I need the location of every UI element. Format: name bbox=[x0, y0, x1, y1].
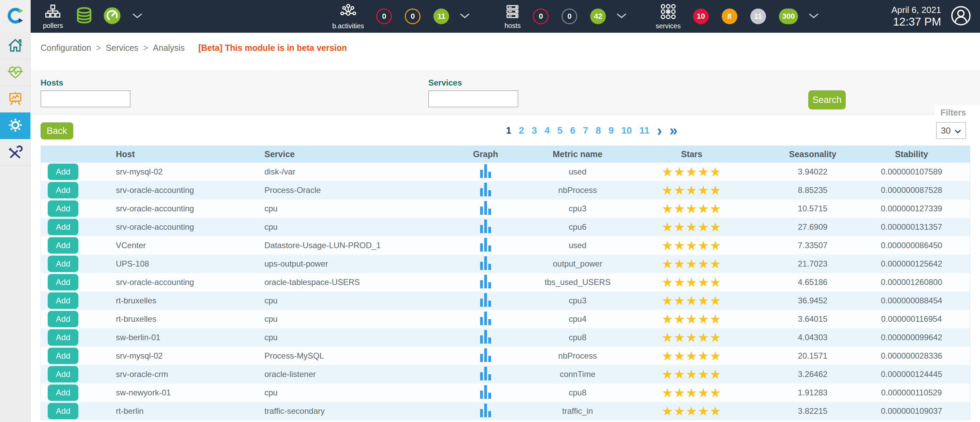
business-activities-label: b.activities bbox=[332, 22, 364, 30]
metric-cell: cpu6 bbox=[535, 222, 620, 232]
column-header-metric: Metric name bbox=[535, 149, 620, 159]
add-button[interactable]: Add bbox=[48, 237, 78, 253]
page-link-10[interactable]: 10 bbox=[621, 125, 632, 136]
tools-icon bbox=[7, 143, 24, 162]
page-link-9[interactable]: 9 bbox=[609, 125, 614, 136]
status-badge-outline-red[interactable]: 0 bbox=[533, 8, 549, 24]
status-badge-fill-orange[interactable]: 8 bbox=[722, 8, 737, 24]
status-badge-fill-green[interactable]: 300 bbox=[779, 8, 799, 24]
sidebar-item-reporting[interactable] bbox=[0, 86, 30, 113]
status-badge-outline-red[interactable]: 0 bbox=[376, 8, 392, 24]
graph-bars-icon[interactable] bbox=[480, 403, 491, 419]
graph-bars-icon[interactable] bbox=[480, 219, 491, 235]
home-icon bbox=[7, 37, 24, 55]
add-button[interactable]: Add bbox=[48, 366, 78, 382]
breadcrumb-analysis[interactable]: Analysis bbox=[153, 43, 185, 53]
add-button[interactable]: Add bbox=[48, 219, 78, 235]
table-row: Add rt-bruxelles cpu cpu3 ★★★★★ 36.9452 bbox=[41, 291, 970, 310]
user-avatar-icon[interactable] bbox=[951, 5, 971, 27]
seasonality-cell: 1.91283 bbox=[763, 388, 862, 398]
page-link-2[interactable]: 2 bbox=[519, 125, 524, 136]
graph-bars-icon[interactable] bbox=[480, 182, 491, 198]
page-link-6[interactable]: 6 bbox=[570, 125, 576, 136]
status-badge-outline-gray[interactable]: 0 bbox=[562, 8, 577, 24]
stability-cell: 0.000001260800 bbox=[862, 277, 961, 287]
services-chevron-down-icon[interactable] bbox=[808, 13, 819, 20]
page-link-11[interactable]: 11 bbox=[639, 125, 649, 136]
graph-bars-icon[interactable] bbox=[480, 237, 491, 253]
status-badge-fill-gray[interactable]: 11 bbox=[750, 8, 766, 24]
topbar-services[interactable]: services bbox=[655, 3, 681, 30]
back-button[interactable]: Back bbox=[41, 123, 73, 139]
page-link-1[interactable]: 1 bbox=[506, 125, 511, 136]
sidebar-item-monitoring[interactable] bbox=[0, 59, 30, 86]
service-cell: cpu bbox=[245, 296, 436, 306]
graph-bars-icon[interactable] bbox=[480, 164, 491, 180]
page-link-5[interactable]: 5 bbox=[557, 125, 563, 136]
status-badge-fill-green[interactable]: 42 bbox=[590, 8, 606, 24]
graph-bars-icon[interactable] bbox=[480, 348, 491, 364]
add-button[interactable]: Add bbox=[48, 348, 78, 364]
page-size-select[interactable]: 30 bbox=[936, 122, 966, 139]
host-cell: srv-oracle-crm bbox=[102, 369, 245, 379]
add-button[interactable]: Add bbox=[48, 164, 78, 180]
page-link-8[interactable]: 8 bbox=[596, 125, 601, 136]
add-button[interactable]: Add bbox=[48, 274, 78, 290]
hosts-icon bbox=[504, 3, 521, 21]
host-cell: srv-mysql-02 bbox=[102, 167, 245, 177]
last-page-icon[interactable]: » bbox=[670, 124, 678, 137]
status-badge-fill-green[interactable]: 11 bbox=[433, 8, 449, 24]
add-button[interactable]: Add bbox=[48, 403, 78, 419]
services-badges: 10811300 bbox=[693, 8, 799, 24]
business-activities-chevron-down-icon[interactable] bbox=[459, 13, 470, 20]
metric-cell: tbs_used_USERS bbox=[535, 277, 620, 287]
add-button[interactable]: Add bbox=[48, 293, 78, 309]
graph-bars-icon[interactable] bbox=[480, 329, 491, 346]
page-link-3[interactable]: 3 bbox=[531, 125, 537, 136]
analysis-table: Host Service Graph Metric name Stars Sea… bbox=[41, 146, 970, 420]
graph-bars-icon[interactable] bbox=[480, 256, 491, 272]
page-link-4[interactable]: 4 bbox=[544, 125, 550, 136]
page-link-7[interactable]: 7 bbox=[583, 125, 588, 136]
column-header-stability: Stability bbox=[862, 149, 961, 159]
seasonality-cell: 10.5715 bbox=[763, 204, 862, 213]
filters-panel-tab[interactable]: Filters bbox=[935, 105, 980, 119]
add-button[interactable]: Add bbox=[48, 256, 78, 272]
topbar-pollers[interactable]: pollers bbox=[43, 3, 63, 30]
topbar-hosts[interactable]: hosts bbox=[504, 3, 521, 30]
pollers-chevron-down-icon[interactable] bbox=[132, 13, 143, 20]
sidebar-item-home[interactable] bbox=[0, 33, 30, 59]
hosts-filter-input[interactable] bbox=[41, 90, 130, 107]
search-button[interactable]: Search bbox=[808, 90, 846, 110]
pollers-label: pollers bbox=[43, 22, 63, 30]
stability-cell: 0.000000087528 bbox=[862, 185, 961, 195]
sidebar-item-configuration[interactable] bbox=[0, 113, 30, 139]
table-row: Add srv-oracle-crm oracle-listener connT… bbox=[41, 365, 970, 384]
graph-bars-icon[interactable] bbox=[480, 384, 491, 401]
add-button[interactable]: Add bbox=[48, 384, 78, 401]
graph-bars-icon[interactable] bbox=[480, 293, 491, 309]
graph-bars-icon[interactable] bbox=[480, 274, 491, 290]
host-cell: sw-berlin-01 bbox=[102, 333, 245, 342]
add-button[interactable]: Add bbox=[48, 201, 78, 217]
centreon-logo[interactable] bbox=[0, 0, 31, 33]
breadcrumb-configuration[interactable]: Configuration bbox=[41, 43, 91, 53]
breadcrumb-services[interactable]: Services bbox=[106, 43, 138, 53]
sidebar-item-administration[interactable] bbox=[0, 139, 30, 166]
services-filter-input[interactable] bbox=[428, 90, 518, 107]
next-page-icon[interactable]: › bbox=[657, 124, 662, 137]
service-cell: oracle-tablespace-USERS bbox=[245, 277, 436, 287]
topbar-business-activities[interactable]: b.activities bbox=[332, 3, 364, 30]
status-badge-fill-red[interactable]: 10 bbox=[693, 8, 709, 24]
add-button[interactable]: Add bbox=[48, 182, 78, 198]
stability-cell: 0.000000116954 bbox=[862, 314, 961, 324]
poller-latency-gauge-icon[interactable] bbox=[103, 6, 122, 27]
graph-bars-icon[interactable] bbox=[480, 366, 491, 382]
graph-bars-icon[interactable] bbox=[480, 201, 491, 217]
status-badge-outline-orange[interactable]: 0 bbox=[405, 8, 420, 24]
hosts-chevron-down-icon[interactable] bbox=[616, 13, 627, 20]
graph-bars-icon[interactable] bbox=[480, 311, 491, 327]
add-button[interactable]: Add bbox=[48, 311, 78, 327]
add-button[interactable]: Add bbox=[48, 329, 78, 346]
poller-database-status-icon[interactable] bbox=[75, 6, 94, 27]
